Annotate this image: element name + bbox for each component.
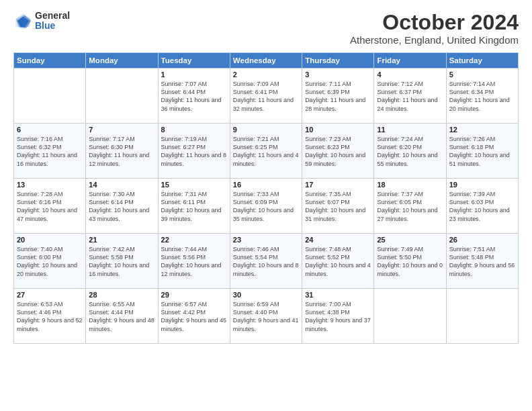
calendar-cell: 26Sunrise: 7:51 AMSunset: 5:48 PMDayligh… <box>446 234 518 289</box>
day-number: 28 <box>89 291 154 299</box>
calendar-week-3: 13Sunrise: 7:28 AMSunset: 6:16 PMDayligh… <box>14 179 519 234</box>
day-detail: Sunrise: 7:30 AMSunset: 6:14 PMDaylight:… <box>89 190 154 223</box>
day-detail: Sunrise: 7:28 AMSunset: 6:16 PMDaylight:… <box>17 190 83 223</box>
day-number: 22 <box>161 236 227 244</box>
day-detail: Sunrise: 7:26 AMSunset: 6:18 PMDaylight:… <box>449 135 515 168</box>
logo-text: General Blue <box>35 11 70 32</box>
day-detail: Sunrise: 7:16 AMSunset: 6:32 PMDaylight:… <box>17 135 83 168</box>
day-number: 12 <box>449 126 515 134</box>
calendar-cell: 19Sunrise: 7:39 AMSunset: 6:03 PMDayligh… <box>446 179 518 234</box>
header: General Blue October 2024 Atherstone, En… <box>13 11 519 46</box>
day-number: 14 <box>89 181 154 189</box>
calendar-header-row: SundayMondayTuesdayWednesdayThursdayFrid… <box>14 53 519 68</box>
day-detail: Sunrise: 6:53 AMSunset: 4:46 PMDaylight:… <box>17 300 83 333</box>
calendar-cell: 27Sunrise: 6:53 AMSunset: 4:46 PMDayligh… <box>14 289 86 344</box>
calendar-table: SundayMondayTuesdayWednesdayThursdayFrid… <box>13 52 519 344</box>
day-detail: Sunrise: 6:57 AMSunset: 4:42 PMDaylight:… <box>161 300 227 333</box>
day-number: 21 <box>89 236 154 244</box>
calendar-week-5: 27Sunrise: 6:53 AMSunset: 4:46 PMDayligh… <box>14 289 519 344</box>
calendar-cell: 21Sunrise: 7:42 AMSunset: 5:58 PMDayligh… <box>86 234 158 289</box>
day-detail: Sunrise: 7:40 AMSunset: 6:00 PMDaylight:… <box>17 245 83 278</box>
calendar-cell: 12Sunrise: 7:26 AMSunset: 6:18 PMDayligh… <box>446 124 518 179</box>
logo-general-text: General <box>35 11 70 21</box>
day-detail: Sunrise: 6:59 AMSunset: 4:40 PMDaylight:… <box>233 300 299 333</box>
header-day-saturday: Saturday <box>446 53 518 68</box>
logo-icon <box>13 11 32 30</box>
day-detail: Sunrise: 7:49 AMSunset: 5:50 PMDaylight:… <box>377 245 443 278</box>
calendar-cell: 30Sunrise: 6:59 AMSunset: 4:40 PMDayligh… <box>230 289 302 344</box>
day-number: 23 <box>233 236 299 244</box>
day-number: 19 <box>449 181 515 189</box>
calendar-cell <box>14 68 86 124</box>
day-detail: Sunrise: 7:46 AMSunset: 5:54 PMDaylight:… <box>233 245 299 278</box>
day-number: 6 <box>17 126 83 134</box>
day-number: 18 <box>377 181 443 189</box>
calendar-cell: 10Sunrise: 7:23 AMSunset: 6:23 PMDayligh… <box>302 124 374 179</box>
day-number: 3 <box>305 71 371 79</box>
day-number: 4 <box>377 71 443 79</box>
day-number: 25 <box>377 236 443 244</box>
header-day-tuesday: Tuesday <box>158 53 230 68</box>
calendar-cell: 14Sunrise: 7:30 AMSunset: 6:14 PMDayligh… <box>86 179 158 234</box>
location: Atherstone, England, United Kingdom <box>350 34 519 46</box>
day-detail: Sunrise: 7:09 AMSunset: 6:41 PMDaylight:… <box>233 80 299 113</box>
day-number: 13 <box>17 181 83 189</box>
calendar-cell <box>86 68 158 124</box>
calendar-cell: 4Sunrise: 7:12 AMSunset: 6:37 PMDaylight… <box>374 68 446 124</box>
calendar-cell <box>374 289 446 344</box>
calendar-cell: 29Sunrise: 6:57 AMSunset: 4:42 PMDayligh… <box>158 289 230 344</box>
day-number: 2 <box>233 71 299 79</box>
day-detail: Sunrise: 7:14 AMSunset: 6:34 PMDaylight:… <box>449 80 515 113</box>
calendar-week-2: 6Sunrise: 7:16 AMSunset: 6:32 PMDaylight… <box>14 124 519 179</box>
day-number: 29 <box>161 291 227 299</box>
day-detail: Sunrise: 7:23 AMSunset: 6:23 PMDaylight:… <box>305 135 371 168</box>
day-number: 5 <box>449 71 515 79</box>
day-detail: Sunrise: 7:35 AMSunset: 6:07 PMDaylight:… <box>305 190 371 223</box>
day-number: 11 <box>377 126 443 134</box>
calendar-cell: 1Sunrise: 7:07 AMSunset: 6:44 PMDaylight… <box>158 68 230 124</box>
day-number: 27 <box>17 291 83 299</box>
calendar-week-4: 20Sunrise: 7:40 AMSunset: 6:00 PMDayligh… <box>14 234 519 289</box>
day-number: 30 <box>233 291 299 299</box>
day-number: 10 <box>305 126 371 134</box>
day-detail: Sunrise: 6:55 AMSunset: 4:44 PMDaylight:… <box>89 300 154 333</box>
calendar-cell: 5Sunrise: 7:14 AMSunset: 6:34 PMDaylight… <box>446 68 518 124</box>
calendar-cell: 8Sunrise: 7:19 AMSunset: 6:27 PMDaylight… <box>158 124 230 179</box>
day-detail: Sunrise: 7:42 AMSunset: 5:58 PMDaylight:… <box>89 245 154 278</box>
day-detail: Sunrise: 7:33 AMSunset: 6:09 PMDaylight:… <box>233 190 299 223</box>
day-detail: Sunrise: 7:07 AMSunset: 6:44 PMDaylight:… <box>161 80 227 113</box>
day-detail: Sunrise: 7:37 AMSunset: 6:05 PMDaylight:… <box>377 190 443 223</box>
calendar-cell <box>446 289 518 344</box>
calendar-cell: 28Sunrise: 6:55 AMSunset: 4:44 PMDayligh… <box>86 289 158 344</box>
day-number: 31 <box>305 291 371 299</box>
day-detail: Sunrise: 7:48 AMSunset: 5:52 PMDaylight:… <box>305 245 371 278</box>
calendar-cell: 7Sunrise: 7:17 AMSunset: 6:30 PMDaylight… <box>86 124 158 179</box>
logo-blue-text: Blue <box>35 21 70 31</box>
header-day-wednesday: Wednesday <box>230 53 302 68</box>
title-block: October 2024 Atherstone, England, United… <box>350 11 519 46</box>
day-number: 17 <box>305 181 371 189</box>
header-day-monday: Monday <box>86 53 158 68</box>
calendar-cell: 23Sunrise: 7:46 AMSunset: 5:54 PMDayligh… <box>230 234 302 289</box>
day-detail: Sunrise: 7:17 AMSunset: 6:30 PMDaylight:… <box>89 135 154 168</box>
page: General Blue October 2024 Atherstone, En… <box>0 0 532 411</box>
header-day-friday: Friday <box>374 53 446 68</box>
header-day-sunday: Sunday <box>14 53 86 68</box>
calendar-cell: 9Sunrise: 7:21 AMSunset: 6:25 PMDaylight… <box>230 124 302 179</box>
day-detail: Sunrise: 7:24 AMSunset: 6:20 PMDaylight:… <box>377 135 443 168</box>
calendar-week-1: 1Sunrise: 7:07 AMSunset: 6:44 PMDaylight… <box>14 68 519 124</box>
calendar-cell: 25Sunrise: 7:49 AMSunset: 5:50 PMDayligh… <box>374 234 446 289</box>
day-detail: Sunrise: 7:11 AMSunset: 6:39 PMDaylight:… <box>305 80 371 113</box>
day-detail: Sunrise: 7:31 AMSunset: 6:11 PMDaylight:… <box>161 190 227 223</box>
day-detail: Sunrise: 7:12 AMSunset: 6:37 PMDaylight:… <box>377 80 443 113</box>
day-number: 9 <box>233 126 299 134</box>
day-number: 26 <box>449 236 515 244</box>
logo: General Blue <box>13 11 70 32</box>
day-number: 7 <box>89 126 154 134</box>
day-detail: Sunrise: 7:19 AMSunset: 6:27 PMDaylight:… <box>161 135 227 168</box>
calendar-cell: 13Sunrise: 7:28 AMSunset: 6:16 PMDayligh… <box>14 179 86 234</box>
day-number: 1 <box>161 71 227 79</box>
calendar-cell: 6Sunrise: 7:16 AMSunset: 6:32 PMDaylight… <box>14 124 86 179</box>
day-detail: Sunrise: 7:44 AMSunset: 5:56 PMDaylight:… <box>161 245 227 278</box>
calendar-cell: 16Sunrise: 7:33 AMSunset: 6:09 PMDayligh… <box>230 179 302 234</box>
